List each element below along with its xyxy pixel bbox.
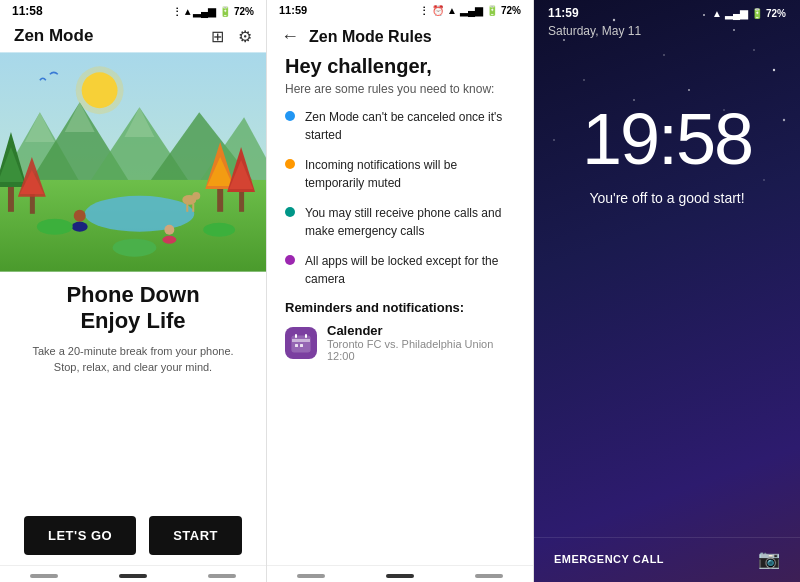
svg-point-46 [773,69,775,71]
stars-bg [534,0,800,582]
status-bar-2: 11:59 ⋮ ⏰ ▲ ▂▄▆ 🔋 72% [267,0,533,20]
svg-point-29 [74,210,86,222]
svg-point-34 [203,223,235,237]
back-button[interactable]: ← [281,26,299,47]
screen-title: Zen Mode Rules [309,28,432,46]
battery-icon-2: 🔋 [486,5,498,16]
svg-rect-40 [295,344,298,347]
wifi-icon: ▴ [185,6,190,17]
settings-icon[interactable]: ⚙ [238,27,252,46]
svg-rect-38 [295,334,297,338]
svg-rect-27 [192,204,194,212]
rule-item-3: You may still receive phone calls and ma… [285,204,515,240]
nav-bar-2 [267,565,533,582]
svg-point-12 [85,196,195,232]
rule-dot-3 [285,207,295,217]
rules-heading: Hey challenger, [285,55,515,78]
zen-mode-panel: 11:58 ⋮ ▴ ▂▄▆ 🔋 72% Zen Mode ⊞ ⚙ [0,0,267,582]
lock-status-icons: ▲ ▂▄▆ 🔋 72% [712,8,786,19]
rules-content: Hey challenger, Here are some rules you … [267,55,533,565]
reminders-title: Reminders and notifications: [285,300,515,315]
battery-icon: 🔋 [219,6,231,17]
alarm-icon: ⏰ [432,5,444,16]
svg-rect-26 [186,204,188,212]
app-bar-actions: ⊞ ⚙ [211,27,252,46]
rule-text-4: All apps will be locked except for the c… [305,252,515,288]
calendar-icon [285,327,317,359]
calendar-item: Calender Toronto FC vs. Philadelphia Uni… [285,323,515,362]
camera-icon[interactable]: 📷 [758,548,780,570]
start-button[interactable]: START [149,516,242,555]
lock-signal-icon: ▂▄▆ [725,8,748,19]
nav-recent-indicator[interactable] [208,574,236,578]
lock-wifi-icon: ▲ [712,8,722,19]
nav-home-indicator-2[interactable] [386,574,414,578]
rules-subheading: Here are some rules you need to know: [285,82,515,96]
signal-icon-2: ▂▄▆ [460,5,483,16]
lock-bottom-bar: EMERGENCY CALL 📷 [534,537,800,582]
rule-text-2: Incoming notifications will be temporari… [305,156,515,192]
lock-status-bar: 11:59 ▲ ▂▄▆ 🔋 72% [534,0,800,22]
panel1-content: Phone Down Enjoy Life Take a 20-minute b… [0,272,266,565]
svg-point-30 [72,222,88,232]
rule-dot-2 [285,159,295,169]
svg-point-32 [162,236,176,244]
calendar-name: Calender [327,323,515,338]
battery-pct-2: 72% [501,5,521,16]
calendar-info: Calender Toronto FC vs. Philadelphia Uni… [327,323,515,362]
rule-item-2: Incoming notifications will be temporari… [285,156,515,192]
status-bar-1: 11:58 ⋮ ▴ ▂▄▆ 🔋 72% [0,0,266,22]
svg-rect-39 [305,334,307,338]
calendar-detail: Toronto FC vs. Philadelphia Union 12:00 [327,338,515,362]
svg-point-2 [76,66,124,114]
svg-point-44 [663,54,665,56]
svg-rect-41 [300,344,303,347]
svg-rect-37 [292,339,310,342]
svg-point-33 [37,219,73,235]
svg-point-42 [563,39,565,41]
scene-illustration [0,52,266,272]
lock-screen-panel: 11:59 ▲ ▂▄▆ 🔋 72% Saturday, May 11 19:58… [534,0,800,582]
stats-icon[interactable]: ⊞ [211,27,224,46]
main-title: Phone Down Enjoy Life [66,282,199,335]
wifi-icon-2: ▲ [447,5,457,16]
rule-text-1: Zen Mode can't be canceled once it's sta… [305,108,515,144]
nav-home-indicator[interactable] [119,574,147,578]
svg-point-35 [113,239,157,257]
rule-text-3: You may still receive phone calls and ma… [305,204,515,240]
main-subtitle: Take a 20-minute break from your phone. … [20,343,246,376]
lets-go-button[interactable]: LET'S GO [24,516,136,555]
rule-item-1: Zen Mode can't be canceled once it's sta… [285,108,515,144]
action-buttons: LET'S GO START [20,516,246,555]
status-icons-1: ⋮ ▴ ▂▄▆ 🔋 72% [172,6,254,17]
app-bar-1: Zen Mode ⊞ ⚙ [0,22,266,52]
time-display-2: 11:59 [279,4,307,16]
bluetooth-icon: ⋮ [172,6,182,17]
lock-date: Saturday, May 11 [534,24,800,38]
svg-point-53 [688,89,690,91]
battery-pct-1: 72% [234,6,254,17]
lock-battery-pct: 72% [766,8,786,19]
app-title: Zen Mode [14,26,93,46]
emergency-call-label[interactable]: EMERGENCY CALL [554,553,664,565]
bluetooth-icon-2: ⋮ [419,5,429,16]
svg-point-47 [583,79,585,81]
time-display-1: 11:58 [12,4,43,18]
lock-battery-icon: 🔋 [751,8,763,19]
nav-back-indicator-2[interactable] [297,574,325,578]
rule-dot-4 [285,255,295,265]
svg-point-28 [192,192,200,200]
nav-bar-1 [0,565,266,582]
signal-icon: ▂▄▆ [193,6,216,17]
lock-big-time: 19:58 [534,98,800,180]
lock-time-small: 11:59 [548,6,579,20]
nav-recent-indicator-2[interactable] [475,574,503,578]
rule-dot-1 [285,111,295,121]
rule-item-4: All apps will be locked except for the c… [285,252,515,288]
status-icons-2: ⋮ ⏰ ▲ ▂▄▆ 🔋 72% [419,5,521,16]
svg-point-31 [164,225,174,235]
zen-mode-rules-panel: 11:59 ⋮ ⏰ ▲ ▂▄▆ 🔋 72% ← Zen Mode Rules H… [267,0,534,582]
back-bar: ← Zen Mode Rules [267,20,533,55]
svg-point-49 [753,49,755,51]
nav-back-indicator[interactable] [30,574,58,578]
